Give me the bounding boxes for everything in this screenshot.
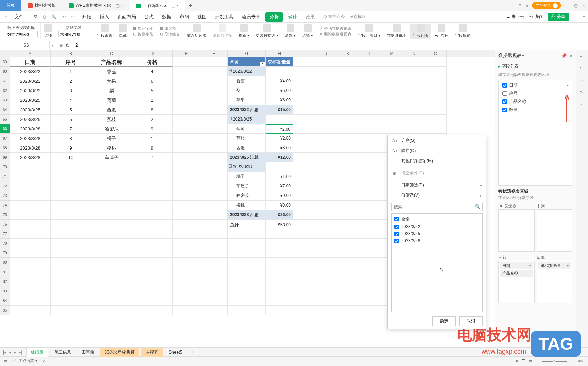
salary-status[interactable]: 📄工资结算 ▾ — [12, 358, 38, 364]
cell[interactable] — [10, 162, 51, 172]
cell[interactable] — [10, 229, 51, 239]
cell[interactable] — [200, 172, 228, 181]
cell[interactable] — [200, 86, 228, 95]
cell[interactable] — [132, 248, 173, 258]
cell[interactable] — [266, 277, 293, 286]
cell[interactable] — [173, 267, 200, 277]
menu-analysis[interactable]: 分析 — [265, 12, 283, 22]
row-header[interactable]: 67 — [0, 134, 10, 143]
row-header[interactable]: 61 — [0, 76, 10, 86]
cell[interactable] — [381, 86, 403, 95]
cell[interactable]: 2023/3/22 — [10, 86, 51, 95]
cell[interactable]: 西瓜 — [91, 105, 132, 115]
cell[interactable] — [228, 248, 266, 258]
field-list-button[interactable]: 字段列表 — [410, 24, 431, 39]
cell[interactable]: 7 — [132, 153, 173, 162]
cell[interactable] — [228, 258, 266, 267]
cell[interactable] — [425, 105, 447, 115]
cell[interactable] — [200, 95, 228, 105]
cell[interactable] — [337, 115, 359, 124]
cell[interactable] — [359, 220, 381, 229]
cell[interactable]: 樱桃 — [91, 143, 132, 153]
cell[interactable] — [359, 95, 381, 105]
cell[interactable] — [315, 115, 337, 124]
cell[interactable] — [51, 277, 91, 286]
zoom-out-icon[interactable]: − — [536, 359, 538, 363]
cell[interactable] — [315, 286, 337, 296]
cell[interactable] — [337, 76, 359, 86]
row-header[interactable]: 59 — [0, 57, 10, 67]
cell[interactable] — [337, 296, 359, 306]
cell[interactable] — [359, 57, 381, 67]
cell[interactable]: 4 — [132, 67, 173, 76]
cell[interactable]: 2023/3/28 — [10, 153, 51, 162]
menu-pagelayout[interactable]: 页面布局 — [114, 12, 139, 22]
cell[interactable]: 6 — [51, 115, 91, 124]
name-box[interactable]: H66 — [0, 41, 50, 49]
pivot-item[interactable]: 哈密瓜 — [228, 191, 266, 201]
cell[interactable] — [359, 143, 381, 153]
cell[interactable] — [359, 105, 381, 115]
cell[interactable]: 产品名称 — [91, 57, 132, 67]
cell[interactable] — [200, 181, 228, 191]
cell[interactable] — [173, 124, 200, 134]
cell[interactable] — [337, 134, 359, 143]
cell[interactable] — [200, 124, 228, 134]
cell[interactable] — [132, 220, 173, 229]
cancel-button[interactable]: 取消 — [459, 316, 483, 326]
cell[interactable] — [132, 229, 173, 239]
cell[interactable] — [359, 277, 381, 286]
delete-pivot-button[interactable]: ✕删除数据透视表 — [319, 31, 351, 37]
cell[interactable] — [293, 210, 315, 220]
cell[interactable] — [200, 162, 228, 172]
cell[interactable] — [293, 105, 315, 115]
cell[interactable] — [425, 67, 447, 76]
cell[interactable] — [359, 162, 381, 172]
move-pivot-button[interactable]: ↗移动数据透视表 — [319, 26, 351, 31]
cell[interactable] — [51, 162, 91, 172]
row-header[interactable]: 78 — [0, 239, 10, 248]
cell[interactable] — [266, 267, 293, 277]
refresh-button[interactable]: 刷新 ▾ — [236, 24, 252, 39]
cell[interactable] — [91, 181, 132, 191]
row-header[interactable]: 60 — [0, 67, 10, 76]
cell[interactable] — [266, 115, 293, 124]
cell[interactable] — [266, 67, 293, 76]
cell[interactable] — [403, 105, 425, 115]
cell[interactable] — [359, 286, 381, 296]
col-header[interactable]: C — [91, 50, 132, 57]
cell[interactable] — [315, 143, 337, 153]
cloud-status[interactable]: ☁未上云 — [506, 14, 524, 20]
sheet-tab[interactable]: 员工信息 — [50, 348, 76, 357]
row-header[interactable]: 83 — [0, 286, 10, 296]
cell[interactable] — [173, 76, 200, 86]
grid-icon[interactable]: ⊞ — [518, 3, 522, 8]
change-datasource-button[interactable]: 更改数据源 ▾ — [253, 24, 281, 39]
cell[interactable] — [359, 67, 381, 76]
cell[interactable] — [173, 191, 200, 201]
cell[interactable] — [381, 95, 403, 105]
close-icon[interactable]: ▢ • — [172, 4, 178, 8]
col-header[interactable]: F — [200, 50, 228, 57]
cell[interactable] — [91, 220, 132, 229]
cell[interactable] — [293, 239, 315, 248]
cell[interactable]: 2 — [132, 95, 173, 105]
menu-icon[interactable]: ≡ — [3, 14, 10, 19]
cell[interactable] — [403, 76, 425, 86]
cell[interactable] — [200, 105, 228, 115]
filter-search-input[interactable] — [391, 203, 483, 211]
cell[interactable] — [359, 134, 381, 143]
cell[interactable]: 2023/3/28 — [10, 124, 51, 134]
search-icon[interactable]: 🔍 — [475, 204, 480, 209]
cell[interactable] — [173, 306, 200, 315]
collapse-field-button[interactable]: ⊟折叠字段 — [133, 31, 153, 37]
cell[interactable]: 2023/3/28 — [10, 134, 51, 143]
cell[interactable] — [91, 267, 132, 277]
pivot-date-group[interactable]: −2023/3/22 — [228, 67, 266, 76]
row-header[interactable]: 64 — [0, 105, 10, 115]
cell[interactable] — [315, 201, 337, 210]
tab-home[interactable]: 首页 — [0, 0, 21, 11]
cell[interactable] — [315, 258, 337, 267]
cell[interactable] — [403, 57, 425, 67]
cell[interactable] — [10, 181, 51, 191]
